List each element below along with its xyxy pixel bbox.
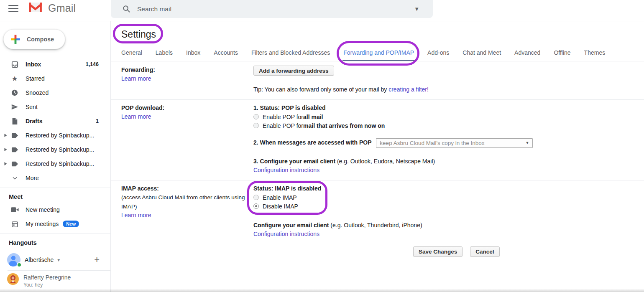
tab-add-ons[interactable]: Add-ons: [427, 44, 449, 61]
app-name: Gmail: [48, 2, 76, 14]
settings-panel: Settings General Labels Inbox Accounts F…: [111, 21, 644, 292]
sidebar-item-my-meetings[interactable]: My meetings New: [0, 217, 110, 231]
clock-icon: [10, 89, 19, 97]
search-options-caret-icon[interactable]: ▼: [414, 6, 419, 12]
pop-behavior-select[interactable]: keep Asbru Cloud Mail's copy in the Inbo…: [376, 138, 533, 148]
label-icon: [10, 131, 19, 140]
imap-access-section: IMAP access: (access Asbru Cloud Mail fr…: [111, 180, 644, 243]
online-status-dot: [17, 262, 22, 267]
forwarding-tip-text: Tip: You can also forward only some of y…: [253, 86, 388, 93]
hangouts-user-row[interactable]: Albertische ▼ +: [0, 251, 110, 268]
tab-general[interactable]: General: [121, 44, 142, 61]
cancel-button[interactable]: Cancel: [470, 246, 499, 257]
sidebar-item-snoozed[interactable]: Snoozed: [0, 86, 110, 100]
sidebar: Compose Inbox 1,146 ★ Starred Snoozed Se…: [0, 21, 111, 292]
pop-status-text: 1. Status: POP is disabled: [253, 104, 644, 112]
imap-access-label: IMAP access:: [121, 184, 253, 193]
star-icon: ★: [10, 74, 19, 83]
sidebar-item-inbox[interactable]: Inbox 1,146: [0, 57, 110, 71]
disable-imap-option[interactable]: Disable IMAP: [253, 202, 321, 211]
imap-configuration-instructions-link[interactable]: Configuration instructions: [253, 231, 319, 237]
chevron-down-icon: [10, 174, 19, 182]
inbox-icon: [10, 60, 19, 69]
sidebar-item-restored-label-3[interactable]: Restored by Spinbackup...: [0, 157, 110, 171]
divider: [8, 270, 110, 271]
drafts-count: 1: [96, 118, 99, 124]
sidebar-item-drafts[interactable]: Drafts 1: [0, 114, 110, 128]
conversation-preview: You: hey: [23, 282, 71, 288]
tab-accounts[interactable]: Accounts: [214, 44, 238, 61]
conversation-name: Rafferty Peregrine: [23, 274, 71, 281]
video-camera-icon: [10, 206, 19, 214]
gmail-logo[interactable]: Gmail: [27, 1, 76, 15]
user-avatar[interactable]: [7, 253, 20, 267]
sidebar-item-new-meeting[interactable]: New meeting: [0, 203, 110, 217]
tab-forwarding-and-pop-imap[interactable]: Forwarding and POP/IMAP: [343, 44, 414, 61]
radio-button-unselected[interactable]: [253, 123, 259, 128]
hangouts-user-name: Albertische: [25, 256, 54, 263]
sidebar-item-restored-label-2[interactable]: Restored by Spinbackup...: [0, 142, 110, 157]
hangouts-section-title: Hangouts: [0, 234, 110, 249]
enable-pop-from-now-on-option[interactable]: Enable POP for mail that arrives from no…: [253, 121, 644, 130]
search-bar[interactable]: ▼: [111, 0, 433, 18]
creating-a-filter-link[interactable]: creating a filter!: [388, 86, 429, 93]
select-caret-icon: ▼: [525, 139, 529, 147]
expand-arrow-icon[interactable]: [3, 147, 8, 152]
radio-button-unselected[interactable]: [253, 195, 259, 200]
radio-button-unselected[interactable]: [253, 114, 259, 119]
pop-download-label: POP download:: [121, 104, 253, 112]
google-plus-icon: [11, 35, 20, 44]
add-forwarding-address-button[interactable]: Add a forwarding address: [253, 66, 334, 76]
new-badge: New: [63, 221, 79, 227]
chevron-down-icon[interactable]: ▼: [56, 258, 61, 262]
forwarding-section: Forwarding: Learn more Add a forwarding …: [111, 61, 644, 99]
compose-label: Compose: [27, 36, 54, 43]
page-title: Settings: [121, 28, 156, 41]
imap-status-block: Status: IMAP is disabled Enable IMAP Dis…: [253, 184, 321, 211]
tab-advanced[interactable]: Advanced: [514, 44, 540, 61]
radio-button-selected[interactable]: [253, 203, 259, 209]
label-icon: [10, 145, 19, 154]
imap-access-sublabel: (access Asbru Cloud Mail from other clie…: [121, 193, 249, 211]
enable-imap-option[interactable]: Enable IMAP: [253, 193, 321, 202]
expand-arrow-icon[interactable]: [3, 161, 8, 166]
top-bar: Gmail ▼: [0, 0, 644, 21]
sidebar-item-restored-label-1[interactable]: Restored by Spinbackup...: [0, 128, 110, 142]
sidebar-item-more[interactable]: More: [0, 171, 110, 185]
search-input[interactable]: [137, 5, 414, 13]
send-icon: [10, 103, 19, 111]
pop-configure-client-label: 3. Configure your email client: [253, 158, 335, 165]
hamburger-menu-icon[interactable]: [8, 5, 18, 13]
tab-labels[interactable]: Labels: [156, 44, 173, 61]
sidebar-item-starred[interactable]: ★ Starred: [0, 71, 110, 86]
inbox-count: 1,146: [86, 61, 99, 67]
draft-icon: [10, 117, 19, 125]
save-changes-button[interactable]: Save Changes: [413, 246, 463, 257]
actions-row: Save Changes Cancel: [111, 243, 644, 257]
settings-tabs: General Labels Inbox Accounts Filters an…: [111, 44, 644, 61]
pop-when-accessed-label: 2. When messages are accessed with POP: [253, 139, 371, 146]
tab-inbox[interactable]: Inbox: [186, 44, 200, 61]
add-contact-plus-icon[interactable]: +: [94, 254, 100, 265]
forwarding-label: Forwarding:: [121, 66, 253, 74]
pop-learn-more-link[interactable]: Learn more: [121, 113, 151, 120]
tab-offline[interactable]: Offline: [554, 44, 570, 61]
compose-button[interactable]: Compose: [3, 29, 65, 49]
sidebar-item-sent[interactable]: Sent: [0, 100, 110, 114]
page-bottom-edge: [0, 289, 644, 292]
pop-download-section: POP download: Learn more 1. Status: POP …: [111, 99, 644, 180]
meet-section-title: Meet: [0, 188, 110, 203]
imap-learn-more-link[interactable]: Learn more: [121, 212, 151, 218]
imap-status-text: Status: IMAP is disabled: [253, 184, 321, 193]
tab-filters-and-blocked-addresses[interactable]: Filters and Blocked Addresses: [251, 44, 330, 61]
search-icon: [123, 5, 130, 13]
pop-configuration-instructions-link[interactable]: Configuration instructions: [253, 167, 319, 173]
sidebar-nav: Inbox 1,146 ★ Starred Snoozed Sent Draft…: [0, 57, 110, 249]
calendar-icon: [10, 220, 19, 228]
tab-chat-and-meet[interactable]: Chat and Meet: [463, 44, 501, 61]
enable-pop-all-mail-option[interactable]: Enable POP for all mail: [253, 112, 644, 121]
forwarding-learn-more-link[interactable]: Learn more: [121, 75, 151, 82]
contact-avatar: [7, 273, 19, 285]
tab-themes[interactable]: Themes: [584, 44, 606, 61]
expand-arrow-icon[interactable]: [3, 133, 8, 138]
